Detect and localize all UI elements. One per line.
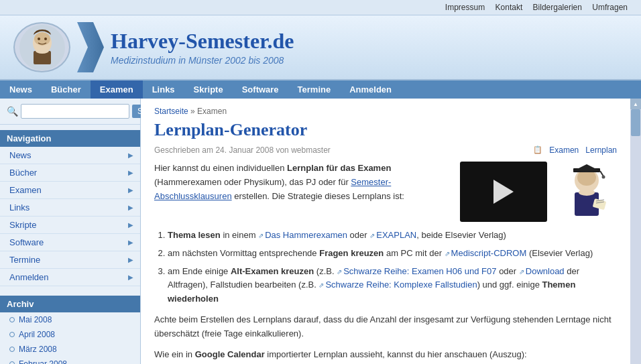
nav-anmelden[interactable]: Anmelden [340,80,401,99]
strategy-list: Thema lesen in einem Das Hammerexamen od… [168,229,617,306]
sidebar-item-anmelden[interactable]: Anmelden ▶ [0,269,140,286]
sidebar-item-bucher[interactable]: Bücher ▶ [0,164,140,182]
tag-lernplan[interactable]: Lernplan [585,145,617,155]
mediscript-link[interactable]: Mediscript-CDROM [451,248,527,258]
tag-examen[interactable]: Examen [549,145,579,155]
svg-point-12 [602,176,605,179]
search-input[interactable] [21,104,129,119]
para-1: Achte beim Erstellen des Lernplans darau… [154,313,617,341]
svg-point-2 [34,32,50,46]
list-item-2: am nächsten Vormittag entsprechende Frag… [168,247,617,261]
scroll-thumb[interactable] [631,109,640,136]
sidebar-item-termine[interactable]: Termine ▶ [0,251,140,269]
site-subtitle: Medizinstudium in Münster 2002 bis 2008 [111,55,628,66]
header-accent [77,22,104,72]
sidebar-item-examen[interactable]: Examen ▶ [0,182,140,199]
arrow-icon: ▶ [128,239,133,246]
nav-examen[interactable]: Examen [91,80,143,99]
nav-termine[interactable]: Termine [288,80,341,99]
hammerexamen-link[interactable]: Das Hammerexamen [265,230,347,240]
main-content: Startseite » Examen Lernplan-Generator G… [141,99,630,364]
intro-text: Hier kannst du einen individuellen Lernp… [154,162,451,222]
nav-bucher[interactable]: Bücher [42,80,91,99]
ext-schwarze1 [337,266,343,276]
arrow-icon: ▶ [128,256,133,263]
svg-point-5 [38,38,40,40]
download-link[interactable]: Download [526,266,565,276]
scroll-up-button[interactable]: ▲ [630,99,641,109]
scroll-track [631,109,640,364]
umfragen-link[interactable]: Umfragen [592,3,628,12]
meta-tags: 📋 Examen Lernplan [533,145,617,155]
content-area: Hier kannst du einen individuellen Lernp… [154,162,617,361]
archive-marz2008[interactable]: März 2008 [0,342,140,357]
nav-software[interactable]: Software [233,80,288,99]
archive-mai2008[interactable]: Mai 2008 [0,312,140,327]
sidebar-item-news[interactable]: News ▶ [0,147,140,164]
archive-dot [9,361,15,364]
sidebar-item-software[interactable]: Software ▶ [0,234,140,251]
breadcrumb: Startseite » Examen [154,107,617,116]
archive-dot [9,332,15,337]
archive-feb2008[interactable]: Februar 2008 [0,357,140,364]
bildergalerien-link[interactable]: Bildergalerien [533,3,582,12]
kontakt-link[interactable]: Kontakt [496,3,523,12]
header-text: Harvey-Semester.de Medizinstudium in Mün… [111,29,628,66]
ext-download [519,266,526,276]
top-bar: Impressum Kontakt Bildergalerien Umfrage… [0,0,641,15]
archive-dot [9,317,15,322]
meta-date: Geschrieben am 24. Januar 2008 von webma… [154,145,331,155]
search-icon: 🔍 [7,106,18,117]
impressum-link[interactable]: Impressum [445,3,485,12]
grad-figure [557,162,617,222]
breadcrumb-sep: » [190,107,197,116]
arrow-icon: ▶ [128,169,133,176]
svg-point-14 [579,189,595,196]
svg-point-6 [44,38,47,40]
breadcrumb-home[interactable]: Startseite [154,107,188,116]
play-icon [493,180,514,204]
arrow-icon: ▶ [128,151,133,159]
svg-point-4 [36,48,49,54]
schwarze-link-2[interactable]: Schwarze Reihe: Komplexe Fallstudien [325,280,477,290]
sidebar-item-links[interactable]: Links ▶ [0,199,140,217]
sidebar: 🔍 Suchen Navigation News ▶ Bücher ▶ Exam… [0,99,141,364]
ext-exaplan [369,230,376,240]
ext-schwarze2 [318,280,325,290]
nav-skripte[interactable]: Skripte [184,80,233,99]
nav-news[interactable]: News [0,80,42,99]
archive-dot [9,347,15,352]
list-item-3: am Ende einige Alt-Examen kreuzen (z.B. … [168,265,617,306]
schwarze-link-1[interactable]: Schwarze Reihe: Examen H06 und F07 [343,266,496,276]
ext-hammerexamen [258,230,265,240]
archive-section-title: Archiv [0,296,140,312]
meta-line: Geschrieben am 24. Januar 2008 von webma… [154,145,617,155]
site-logo [13,22,70,72]
site-title: Harvey-Semester.de [111,29,628,54]
arrow-icon: ▶ [128,186,133,194]
archive-april2008[interactable]: April 2008 [0,327,140,342]
header: Harvey-Semester.de Medizinstudium in Mün… [0,15,641,80]
para-2: Wie ein in Google Calendar importierter … [154,348,617,362]
breadcrumb-current: Examen [197,107,227,116]
tag-icon-1: 📋 [533,145,542,155]
exaplan-link[interactable]: EXAPLAN [376,230,416,240]
arrow-icon: ▶ [128,221,133,229]
sidebar-item-skripte[interactable]: Skripte ▶ [0,217,140,234]
list-item-1: Thema lesen in einem Das Hammerexamen od… [168,229,617,243]
ext-mediscript [445,248,451,258]
nav-bar: News Bücher Examen Links Skripte Softwar… [0,80,641,99]
search-box: 🔍 Suchen [0,99,140,125]
nav-links[interactable]: Links [143,80,184,99]
arrow-icon: ▶ [128,204,133,211]
semester-link[interactable]: Semester-Abschlussklausuren [154,177,391,201]
scrollbar: ▲ ▼ [630,99,641,364]
page-title: Lernplan-Generator [154,120,617,140]
arrow-icon: ▶ [128,274,133,281]
video-thumbnail[interactable] [460,162,547,222]
nav-section-title: Navigation [0,130,140,147]
